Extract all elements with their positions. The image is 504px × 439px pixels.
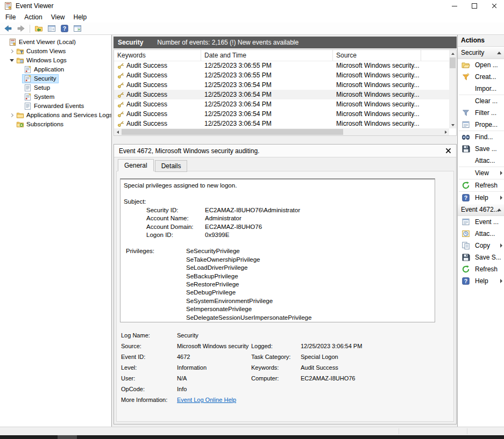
- event-row[interactable]: Audit Success12/25/2023 3:06:54 PMMicros…: [114, 80, 449, 90]
- action-help[interactable]: ?Help: [458, 275, 504, 287]
- svg-text:?: ?: [63, 25, 66, 32]
- refresh-icon: [462, 265, 470, 274]
- key-icon: [117, 111, 124, 118]
- menu-action[interactable]: Action: [20, 12, 46, 22]
- action-creat[interactable]: Creat...: [458, 71, 504, 83]
- action-prope[interactable]: Prope...: [458, 119, 504, 131]
- event-row[interactable]: Audit Success12/25/2023 3:06:54 PMMicros…: [114, 119, 449, 128]
- menu-help[interactable]: Help: [69, 12, 91, 22]
- forward-button[interactable]: [15, 23, 27, 34]
- scroll-up-arrow[interactable]: [449, 50, 456, 57]
- refresh-icon: [462, 181, 470, 190]
- status-bar-divider: [399, 428, 399, 434]
- actions-section-event-4672[interactable]: Event 4672...: [458, 204, 504, 216]
- tree-item-application[interactable]: Application: [0, 65, 111, 74]
- action-save[interactable]: Save ...: [458, 143, 504, 155]
- find-icon: [462, 133, 470, 141]
- toolbar-separator: [30, 25, 30, 33]
- properties-icon: [462, 218, 470, 226]
- action-filter[interactable]: Filter ...: [458, 107, 504, 119]
- log-banner-title: Security: [118, 39, 143, 46]
- titlebar: Event Viewer: [0, 0, 504, 12]
- event-list-rows: Audit Success12/25/2023 3:06:55 PMMicros…: [114, 61, 449, 129]
- scroll-left-arrow[interactable]: [114, 128, 121, 135]
- save-icon: [462, 253, 470, 262]
- close-button[interactable]: [484, 0, 504, 12]
- help-icon: ?: [60, 24, 69, 33]
- key-icon: [117, 120, 124, 127]
- column-header-date-and-time[interactable]: Date and Time: [201, 50, 333, 61]
- scroll-right-arrow[interactable]: [442, 128, 449, 135]
- action-attac[interactable]: Attac...: [458, 228, 504, 240]
- event-row[interactable]: Audit Success12/25/2023 3:06:54 PMMicros…: [114, 90, 449, 99]
- menu-file[interactable]: File: [1, 12, 20, 22]
- tree-item-system[interactable]: System: [0, 92, 111, 102]
- console-pane-button[interactable]: [45, 23, 58, 34]
- event-log-online-help-link[interactable]: Event Log Online Help: [177, 397, 251, 403]
- chevron-right-icon[interactable]: [9, 112, 15, 119]
- action-copy[interactable]: Copy: [458, 240, 504, 251]
- tree-item-forwarded-events[interactable]: Forwarded Events: [0, 102, 111, 111]
- tab-details[interactable]: Details: [155, 160, 188, 172]
- event-list-horizontal-scrollbar[interactable]: [114, 128, 449, 135]
- svg-text:?: ?: [464, 195, 467, 201]
- tree-item-custom-views[interactable]: Custom Views: [0, 47, 111, 56]
- tree-item-subscriptions[interactable]: Subscriptions: [0, 120, 111, 129]
- tab-general[interactable]: General: [118, 159, 154, 171]
- action-attac[interactable]: Attac...: [458, 155, 504, 167]
- event-row[interactable]: Audit Success12/25/2023 3:06:54 PMMicros…: [114, 99, 449, 109]
- create-view-icon: [462, 73, 470, 81]
- column-header-keywords[interactable]: Keywords: [114, 50, 201, 61]
- restore-button[interactable]: [464, 0, 484, 12]
- help-icon: ?: [462, 277, 470, 285]
- log-event-icon: [24, 75, 32, 83]
- actions-section-security[interactable]: Security: [458, 47, 504, 59]
- chevron-right-icon[interactable]: [9, 48, 15, 55]
- action-help[interactable]: ?Help: [458, 192, 504, 204]
- action-refresh[interactable]: Refresh: [458, 179, 504, 191]
- attach-task-icon: [462, 229, 470, 238]
- help-button[interactable]: ?: [58, 23, 71, 34]
- menu-bar: FileActionViewHelp: [0, 12, 504, 23]
- show-hide-tree-button[interactable]: [32, 23, 45, 34]
- scroll-down-arrow[interactable]: [449, 121, 456, 128]
- action-find[interactable]: Find...: [458, 131, 504, 143]
- tree-item-windows-logs[interactable]: Windows Logs: [0, 56, 111, 65]
- action-impor[interactable]: Impor...: [458, 83, 504, 95]
- vertical-scroll-thumb[interactable]: [450, 57, 456, 68]
- key-icon: [117, 82, 124, 89]
- tree-item-event-viewer-local[interactable]: Event Viewer (Local): [0, 38, 111, 47]
- event-row[interactable]: Audit Success12/25/2023 3:06:55 PMMicros…: [114, 70, 449, 80]
- action-event[interactable]: Event ...: [458, 216, 504, 228]
- event-list-vertical-scrollbar[interactable]: [449, 50, 456, 128]
- window-title: Event Viewer: [16, 2, 444, 10]
- taskbar-segment: [58, 435, 77, 439]
- action-pane-button[interactable]: [71, 23, 84, 34]
- horizontal-scroll-thumb[interactable]: [122, 129, 343, 135]
- tree-item-applications-and-services-logs[interactable]: Applications and Services Logs: [0, 111, 111, 120]
- action-open[interactable]: Open ...: [458, 59, 504, 71]
- submenu-arrow-icon: [500, 196, 502, 200]
- action-view[interactable]: View: [458, 167, 504, 179]
- event-row[interactable]: Audit Success12/25/2023 3:06:54 PMMicros…: [114, 109, 449, 119]
- tree-item-setup[interactable]: Setup: [0, 83, 111, 92]
- action-clear[interactable]: Clear ...: [458, 95, 504, 107]
- back-button[interactable]: [2, 23, 15, 34]
- collapse-icon[interactable]: [497, 52, 501, 54]
- collapse-icon[interactable]: [497, 208, 501, 211]
- save-icon: [462, 145, 470, 153]
- chevron-down-icon[interactable]: [9, 57, 15, 64]
- event-row[interactable]: Audit Success12/25/2023 3:06:55 PMMicros…: [114, 61, 449, 70]
- folder-sub-icon: [16, 120, 24, 128]
- minimize-button[interactable]: [444, 0, 464, 12]
- log-plain-icon: [24, 102, 32, 110]
- close-preview-icon[interactable]: [445, 148, 451, 154]
- preview-pane-header: Event 4672, Microsoft Windows security a…: [114, 145, 456, 157]
- tree-item-security[interactable]: Security: [0, 74, 111, 83]
- menu-view[interactable]: View: [47, 12, 69, 22]
- action-save-s[interactable]: Save S...: [458, 251, 504, 263]
- expander-spacer: [16, 85, 23, 91]
- help-icon: ?: [462, 193, 470, 202]
- action-refresh[interactable]: Refresh: [458, 263, 504, 275]
- column-header-source[interactable]: Source: [333, 50, 421, 61]
